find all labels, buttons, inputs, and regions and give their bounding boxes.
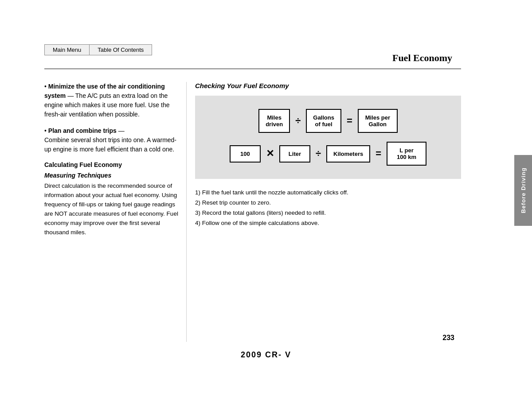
right-col-title: Checking Your Fuel Economy bbox=[195, 82, 461, 89]
bullet-dot-2: • bbox=[44, 127, 48, 134]
table-of-contents-button[interactable]: Table Of Contents bbox=[89, 44, 152, 55]
bullet-dot: • bbox=[44, 83, 48, 90]
100-box: 100 bbox=[230, 145, 261, 163]
divide-op-2: ÷ bbox=[316, 148, 321, 159]
footer-model: 2009 CR- V bbox=[0, 350, 532, 360]
title-divider bbox=[44, 69, 461, 69]
equals-2: = bbox=[376, 148, 381, 159]
instructions-list: 1) Fill the fuel tank until the nozzle a… bbox=[195, 188, 461, 228]
bullet-item-1: • Minimize the use of the air conditioni… bbox=[44, 82, 182, 119]
instruction-1: 1) Fill the fuel tank until the nozzle a… bbox=[195, 188, 461, 198]
gallons-of-fuel-box: Gallonsof fuel bbox=[306, 109, 341, 133]
miles-per-gallon-box: Miles perGallon bbox=[358, 109, 398, 133]
l-per-100km-box: L per100 km bbox=[387, 142, 426, 166]
instruction-2: 2) Reset trip counter to zero. bbox=[195, 198, 461, 208]
column-divider bbox=[186, 82, 187, 342]
section-header: Calculating Fuel Economy bbox=[44, 161, 182, 168]
liter-box: Liter bbox=[279, 145, 310, 163]
bullet2-dash: — bbox=[117, 127, 125, 134]
formula-diagram: Milesdriven ÷ Gallonsof fuel = Miles per… bbox=[195, 96, 461, 179]
divide-op-1: ÷ bbox=[295, 115, 301, 127]
multiply-op: ✕ bbox=[266, 148, 274, 159]
page-title: Fuel Economy bbox=[392, 52, 452, 64]
kilometers-box: Kilometers bbox=[326, 145, 370, 163]
side-tab-label: Before Driving bbox=[520, 167, 527, 213]
equals-1: = bbox=[347, 115, 352, 127]
instruction-3: 3) Record the total gallons (liters) nee… bbox=[195, 208, 461, 218]
right-column: Checking Your Fuel Economy Milesdriven ÷… bbox=[195, 82, 461, 228]
left-column: • Minimize the use of the air conditioni… bbox=[44, 82, 182, 237]
bullet1-dash: — bbox=[66, 92, 75, 99]
side-tab: Before Driving bbox=[514, 155, 532, 226]
page-number: 233 bbox=[442, 334, 454, 342]
bullet2-heading: Plan and combine trips bbox=[48, 127, 117, 134]
miles-driven-box: Milesdriven bbox=[258, 109, 290, 133]
measuring-header: Measuring Techniques bbox=[44, 172, 182, 179]
bullet-item-2: • Plan and combine trips — Combine sever… bbox=[44, 126, 182, 154]
top-navigation: Main Menu Table Of Contents bbox=[44, 44, 152, 55]
formula-row-2: 100 ✕ Liter ÷ Kilometers = L per100 km bbox=[204, 142, 452, 166]
instruction-4: 4) Follow one of the simple calculations… bbox=[195, 218, 461, 228]
measuring-body: Direct calculation is the recommended so… bbox=[44, 182, 182, 237]
bullet2-body: Combine several short trips into one. A … bbox=[44, 136, 176, 153]
formula-row-1: Milesdriven ÷ Gallonsof fuel = Miles per… bbox=[204, 109, 452, 133]
main-menu-button[interactable]: Main Menu bbox=[44, 44, 89, 55]
